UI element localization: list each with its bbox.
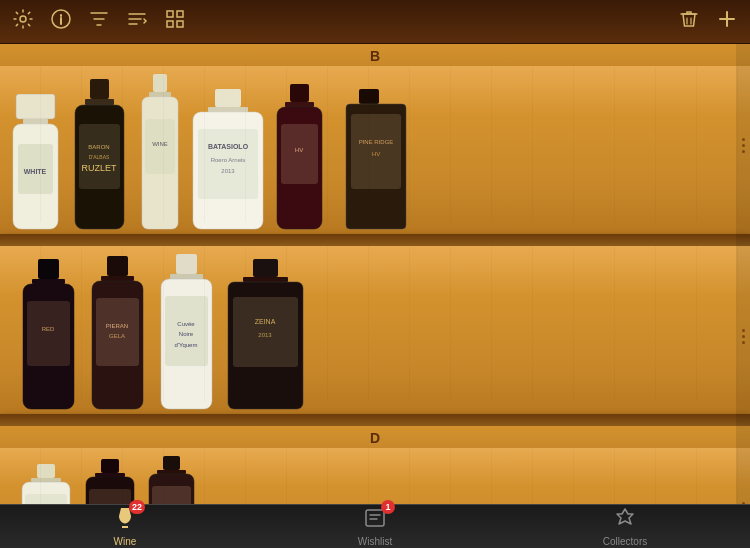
- toolbar-left: [12, 8, 186, 35]
- svg-point-0: [20, 16, 26, 22]
- svg-rect-72: [89, 489, 131, 504]
- bottle-c1[interactable]: RED: [16, 259, 81, 414]
- bottle-d1[interactable]: WHITE: [16, 464, 76, 504]
- bottle-b2[interactable]: BARON D'ALBAS RUZLET: [67, 79, 132, 234]
- svg-rect-23: [215, 89, 241, 107]
- info-icon[interactable]: [50, 8, 72, 35]
- tab-bar: 22 Wine 1 Wishlist Collectors: [0, 504, 750, 548]
- bottle-c4[interactable]: ZEINA 2013: [223, 259, 308, 414]
- svg-text:WINE: WINE: [152, 141, 168, 147]
- wishlist-badge: 1: [381, 500, 395, 514]
- shelf-d-label: D: [0, 426, 750, 448]
- svg-text:Noire: Noire: [179, 331, 194, 337]
- bottle-b1[interactable]: WHITE: [8, 94, 63, 234]
- svg-rect-59: [243, 277, 288, 282]
- tab-wine[interactable]: 22 Wine: [0, 505, 250, 548]
- svg-rect-40: [38, 259, 59, 279]
- svg-rect-30: [290, 84, 309, 102]
- shelf-c-indicator: [736, 246, 750, 426]
- svg-text:ZEINA: ZEINA: [255, 318, 276, 325]
- svg-rect-19: [149, 92, 171, 97]
- svg-rect-24: [208, 107, 248, 112]
- tab-wishlist[interactable]: 1 Wishlist: [250, 505, 500, 548]
- svg-rect-4: [167, 21, 173, 27]
- svg-text:BARON: BARON: [88, 144, 109, 150]
- svg-text:BATASIOLO: BATASIOLO: [208, 143, 249, 150]
- tab-collectors-label: Collectors: [603, 536, 647, 547]
- add-icon[interactable]: [716, 8, 738, 35]
- bottle-d2[interactable]: RED: [80, 459, 140, 504]
- tab-wine-label: Wine: [114, 536, 137, 547]
- filter-icon[interactable]: [88, 8, 110, 35]
- bottle-c2[interactable]: PIERAN GELA: [85, 256, 150, 414]
- tab-wine-icon-area: 22: [113, 506, 137, 535]
- bottle-b5[interactable]: HV: [272, 84, 327, 234]
- shelf-c: RED PIERAN GELA: [0, 246, 750, 426]
- svg-rect-11: [90, 79, 109, 99]
- svg-rect-33: [281, 124, 318, 184]
- svg-rect-2: [167, 11, 173, 17]
- svg-text:d'Yquem: d'Yquem: [175, 342, 198, 348]
- tab-collectors-icon-area: [613, 506, 637, 535]
- tab-wishlist-label: Wishlist: [358, 536, 392, 547]
- bottle-c3[interactable]: Cuvée Noire d'Yquem: [154, 254, 219, 414]
- svg-rect-48: [96, 298, 139, 366]
- svg-rect-7: [23, 119, 48, 124]
- svg-text:Roero Arneis: Roero Arneis: [211, 157, 246, 163]
- bottle-b3[interactable]: WINE: [136, 74, 184, 234]
- svg-rect-51: [176, 254, 197, 274]
- svg-rect-77: [152, 486, 191, 504]
- sort-icon[interactable]: [126, 8, 148, 35]
- svg-text:HV: HV: [295, 147, 303, 153]
- svg-rect-5: [177, 21, 183, 27]
- bottle-b4[interactable]: BATASIOLO Roero Arneis 2013: [188, 89, 268, 234]
- svg-rect-52: [170, 274, 203, 279]
- svg-rect-43: [27, 301, 70, 366]
- svg-rect-70: [95, 473, 125, 477]
- svg-rect-26: [198, 129, 258, 199]
- svg-text:D'ALBAS: D'ALBAS: [89, 154, 110, 160]
- svg-text:WHITE: WHITE: [24, 168, 47, 175]
- svg-rect-46: [101, 276, 134, 281]
- svg-rect-12: [85, 99, 114, 105]
- collectors-icon: [613, 506, 637, 535]
- svg-rect-69: [101, 459, 119, 473]
- shelf-d-indicator: [736, 426, 750, 504]
- bottle-b6[interactable]: PINE RIDGE HV: [331, 89, 421, 234]
- toolbar-right: [678, 8, 738, 35]
- svg-text:2013: 2013: [221, 168, 235, 174]
- svg-rect-41: [32, 279, 65, 284]
- svg-text:RED: RED: [42, 326, 55, 332]
- shelf-d-wrapper: D WHITE RED: [0, 426, 750, 504]
- svg-text:PINE RIDGE: PINE RIDGE: [359, 139, 394, 145]
- svg-rect-58: [253, 259, 278, 277]
- svg-text:GELA: GELA: [109, 333, 125, 339]
- svg-text:2013: 2013: [258, 332, 272, 338]
- svg-rect-3: [177, 11, 183, 17]
- shelf-b-wrapper: B WHITE BARON D: [0, 44, 750, 246]
- settings-icon[interactable]: [12, 8, 34, 35]
- grid-icon[interactable]: [164, 8, 186, 35]
- svg-rect-75: [157, 470, 186, 474]
- svg-text:HV: HV: [372, 151, 380, 157]
- svg-rect-45: [107, 256, 128, 276]
- svg-rect-31: [285, 102, 314, 107]
- toolbar: [0, 0, 750, 44]
- shelf-d: WHITE RED BRUN: [0, 448, 750, 504]
- svg-rect-64: [37, 464, 55, 478]
- shelf-b-indicator: [736, 44, 750, 246]
- shelf-b: WHITE BARON D'ALBAS RUZLET: [0, 66, 750, 246]
- svg-text:RUZLET: RUZLET: [81, 163, 117, 173]
- wine-badge: 22: [129, 500, 145, 514]
- tab-collectors[interactable]: Collectors: [500, 505, 750, 548]
- svg-rect-81: [366, 510, 384, 526]
- svg-rect-6: [16, 94, 55, 119]
- shelf-b-label: B: [0, 44, 750, 66]
- bottle-d3[interactable]: BRUNELLO di Montalcino Rosso Pico: [144, 456, 199, 504]
- svg-rect-74: [163, 456, 180, 470]
- shelf-area: B WHITE BARON D: [0, 44, 750, 504]
- svg-rect-18: [153, 74, 167, 92]
- trash-icon[interactable]: [678, 8, 700, 35]
- svg-rect-67: [25, 494, 67, 504]
- svg-text:PIERAN: PIERAN: [106, 323, 128, 329]
